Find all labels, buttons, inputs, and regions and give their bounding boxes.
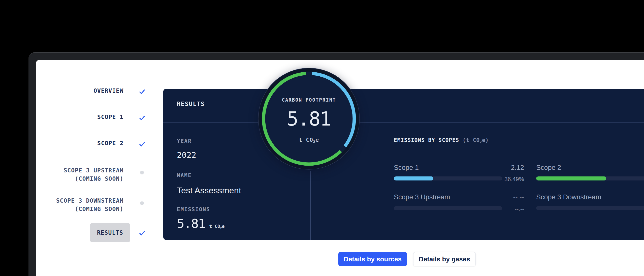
- gauge-unit: t CO2e: [256, 137, 362, 144]
- details-by-sources-button[interactable]: Details by sources: [338, 252, 407, 266]
- pending-dot-icon: [140, 201, 144, 205]
- year-label: YEAR: [177, 138, 192, 144]
- check-icon: [139, 230, 145, 236]
- pending-dot-icon: [140, 171, 144, 174]
- sidebar-item-sublabel: (COMING SOON): [56, 206, 123, 212]
- sidebar-item-sublabel: (COMING SOON): [63, 175, 123, 182]
- card-vertical-divider: [310, 171, 311, 240]
- emissions-value: 5.81t CO2e: [177, 216, 224, 231]
- emissions-label: EMISSIONS: [177, 206, 210, 212]
- sidebar-item-results-active[interactable]: RESULTS: [90, 223, 130, 242]
- sidebar-item-overview[interactable]: OVERVIEW: [93, 87, 123, 94]
- carbon-footprint-gauge: CARBON FOOTPRINT 5.81 t CO2e: [256, 66, 362, 172]
- scope3-downstream-bar: [536, 206, 644, 210]
- sidebar-item-scope3-upstream: SCOPE 3 UPSTREAM (COMING SOON): [63, 167, 123, 182]
- scope1-percent: 36.49%: [489, 176, 524, 183]
- scope2-label: Scope 2: [536, 164, 561, 172]
- scope3-upstream-label: Scope 3 Upstream: [394, 193, 450, 201]
- year-value: 2022: [177, 150, 196, 160]
- sidebar-item-label: RESULTS: [97, 229, 123, 236]
- scope3-downstream-label: Scope 3 Downstream: [536, 193, 601, 201]
- details-by-gases-button[interactable]: Details by gases: [413, 252, 476, 266]
- wizard-progress-line: [142, 86, 142, 276]
- gauge-title: CARBON FOOTPRINT: [256, 97, 362, 103]
- check-icon: [139, 115, 145, 121]
- sidebar-item-scope2[interactable]: SCOPE 2: [97, 140, 123, 146]
- scope3-upstream-value: --.--: [494, 193, 524, 201]
- sidebar-item-label: SCOPE 3 DOWNSTREAM: [56, 197, 123, 204]
- scope1-bar: [394, 176, 502, 180]
- scope3-upstream-percent: --.--: [489, 206, 524, 212]
- emissions-by-scopes-section: EMISSIONS BY SCOPES (t CO2e) Scope 1 2.1…: [394, 136, 644, 217]
- scope1-label: Scope 1: [394, 164, 419, 172]
- sidebar-item-scope1[interactable]: SCOPE 1: [97, 114, 123, 120]
- emissions-number: 5.81: [177, 216, 205, 231]
- scope3-upstream-bar: [394, 206, 502, 210]
- scope1-value: 2.12: [494, 164, 524, 172]
- card-title: RESULTS: [177, 101, 205, 107]
- check-icon: [139, 88, 145, 95]
- gauge-value: 5.81: [256, 108, 362, 130]
- sidebar-item-label: SCOPE 3 UPSTREAM: [63, 167, 123, 174]
- scope2-bar: [536, 176, 644, 180]
- check-icon: [139, 141, 145, 147]
- scope1-bar-fill: [394, 176, 433, 180]
- scopes-section-title: EMISSIONS BY SCOPES (t CO2e): [394, 137, 489, 144]
- name-value: Test Assessment: [177, 186, 241, 195]
- sidebar-item-scope3-downstream: SCOPE 3 DOWNSTREAM (COMING SOON): [56, 197, 123, 212]
- card-top-divider: [163, 122, 644, 122]
- screen: OVERVIEW SCOPE 1 SCOPE 2 SCOPE 3 UPSTREA…: [0, 0, 644, 276]
- scope2-bar-fill: [536, 176, 606, 180]
- name-label: NAME: [177, 172, 192, 178]
